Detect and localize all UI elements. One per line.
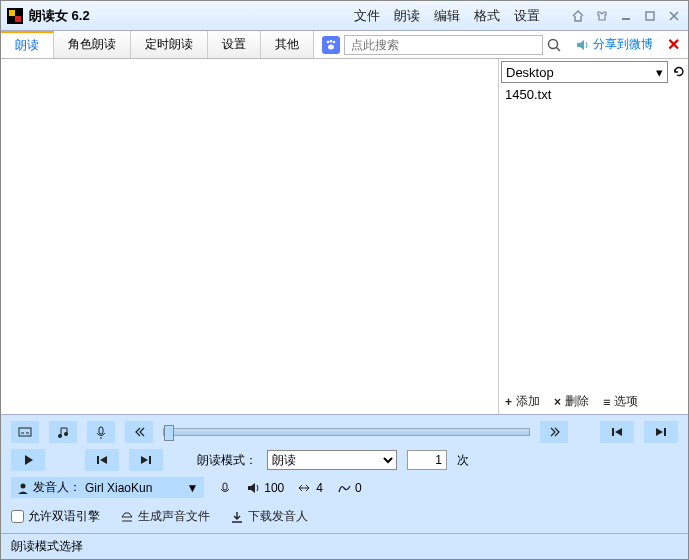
mic-setting[interactable]: [218, 481, 232, 495]
tab-settings[interactable]: 设置: [208, 31, 261, 58]
window-buttons: [570, 8, 682, 24]
sound-icon: [575, 38, 589, 52]
speed-value: 4: [316, 481, 323, 495]
voice-selector[interactable]: 发音人： Girl XiaoKun ▼: [11, 477, 204, 498]
download-voice-button[interactable]: 下载发音人: [230, 508, 308, 525]
mic-icon[interactable]: [87, 421, 115, 443]
text-editor[interactable]: [1, 59, 498, 414]
gen-audio-button[interactable]: 生成声音文件: [120, 508, 210, 525]
search-input[interactable]: [344, 35, 543, 55]
share-label: 分享到微博: [593, 36, 653, 53]
location-value: Desktop: [506, 65, 554, 80]
close-tab-icon[interactable]: ✕: [659, 31, 688, 58]
svg-rect-11: [19, 428, 31, 436]
svg-rect-16: [99, 427, 103, 434]
svg-rect-17: [612, 428, 614, 436]
play-button[interactable]: [11, 449, 45, 471]
tab-timed[interactable]: 定时朗读: [131, 31, 208, 58]
menu-file[interactable]: 文件: [354, 7, 380, 25]
pitch-value: 0: [355, 481, 362, 495]
chevron-down-icon: ▼: [186, 481, 198, 495]
svg-line-10: [557, 47, 561, 51]
maximize-icon[interactable]: [642, 8, 658, 24]
volume-value: 100: [264, 481, 284, 495]
search-area: [314, 31, 569, 58]
prev-track-button[interactable]: [600, 421, 634, 443]
volume-icon: [246, 481, 260, 495]
mic2-icon: [218, 481, 232, 495]
svg-point-21: [21, 483, 26, 488]
download-icon: [230, 511, 244, 523]
skin-icon[interactable]: [594, 8, 610, 24]
volume-setting[interactable]: 100: [246, 481, 284, 495]
chevron-down-icon: ▾: [656, 65, 663, 80]
svg-rect-1: [9, 10, 15, 16]
voice-label: 发音人：: [33, 479, 81, 496]
count-input[interactable]: [407, 450, 447, 470]
music-icon[interactable]: [49, 421, 77, 443]
file-sidebar: Desktop ▾ 1450.txt +添加 ×删除 ≡选项: [498, 59, 688, 414]
svg-point-14: [58, 434, 62, 438]
pitch-setting[interactable]: 0: [337, 481, 362, 495]
export-icon: [120, 511, 134, 523]
count-suffix: 次: [457, 452, 469, 469]
app-icon: [7, 8, 23, 24]
app-title: 朗读女 6.2: [29, 7, 90, 25]
seek-back-icon[interactable]: [125, 421, 153, 443]
minimize-icon[interactable]: [618, 8, 634, 24]
home-icon[interactable]: [570, 8, 586, 24]
menu-read[interactable]: 朗读: [394, 7, 420, 25]
tab-other[interactable]: 其他: [261, 31, 314, 58]
playback-controls: 朗读模式： 朗读 次 发音人： Girl XiaoKun ▼ 100: [1, 414, 688, 533]
search-icon[interactable]: [543, 37, 565, 53]
delete-button[interactable]: ×删除: [554, 393, 589, 410]
refresh-icon[interactable]: [670, 65, 688, 79]
svg-point-9: [549, 39, 558, 48]
status-bar: 朗读模式选择: [1, 533, 688, 559]
slider-thumb[interactable]: [164, 425, 174, 441]
tab-roleplay[interactable]: 角色朗读: [54, 31, 131, 58]
skip-back-button[interactable]: [85, 449, 119, 471]
progress-slider[interactable]: [163, 428, 530, 436]
status-text: 朗读模式选择: [11, 539, 83, 553]
speed-setting[interactable]: 4: [298, 481, 323, 495]
sidebar-footer: +添加 ×删除 ≡选项: [499, 389, 688, 414]
svg-rect-18: [664, 428, 666, 436]
paw-icon[interactable]: [322, 36, 340, 54]
tab-read[interactable]: 朗读: [1, 31, 54, 58]
subtitle-icon[interactable]: [11, 421, 39, 443]
svg-point-8: [328, 44, 334, 49]
mode-label: 朗读模式：: [197, 452, 257, 469]
toolbar: 朗读 角色朗读 定时朗读 设置 其他 分享到微博 ✕: [1, 31, 688, 59]
svg-rect-20: [149, 456, 151, 464]
svg-point-5: [327, 40, 330, 43]
titlebar: 朗读女 6.2 文件 朗读 编辑 格式 设置: [1, 1, 688, 31]
share-weibo[interactable]: 分享到微博: [569, 31, 659, 58]
app-window: 朗读女 6.2 文件 朗读 编辑 格式 设置 朗读 角色朗读 定时朗读 设置 其…: [0, 0, 689, 560]
skip-fwd-button[interactable]: [129, 449, 163, 471]
seek-fwd-icon[interactable]: [540, 421, 568, 443]
main-area: Desktop ▾ 1450.txt +添加 ×删除 ≡选项: [1, 59, 688, 414]
next-track-button[interactable]: [644, 421, 678, 443]
pitch-icon: [337, 482, 351, 494]
dual-engine-checkbox[interactable]: 允许双语引擎: [11, 508, 100, 525]
voice-name: Girl XiaoKun: [85, 481, 152, 495]
menu-edit[interactable]: 编辑: [434, 7, 460, 25]
options-button[interactable]: ≡选项: [603, 393, 638, 410]
svg-rect-22: [223, 483, 227, 490]
svg-point-15: [64, 432, 68, 436]
svg-point-7: [333, 40, 336, 43]
speed-icon: [298, 483, 312, 493]
close-icon[interactable]: [666, 8, 682, 24]
location-dropdown[interactable]: Desktop ▾: [501, 61, 668, 83]
add-button[interactable]: +添加: [505, 393, 540, 410]
person-icon: [17, 482, 29, 494]
svg-rect-4: [646, 12, 654, 20]
menubar: 文件 朗读 编辑 格式 设置: [354, 7, 540, 25]
file-item[interactable]: 1450.txt: [499, 85, 688, 104]
menu-settings[interactable]: 设置: [514, 7, 540, 25]
svg-point-6: [330, 39, 333, 42]
menu-format[interactable]: 格式: [474, 7, 500, 25]
svg-rect-19: [97, 456, 99, 464]
mode-select[interactable]: 朗读: [267, 450, 397, 470]
